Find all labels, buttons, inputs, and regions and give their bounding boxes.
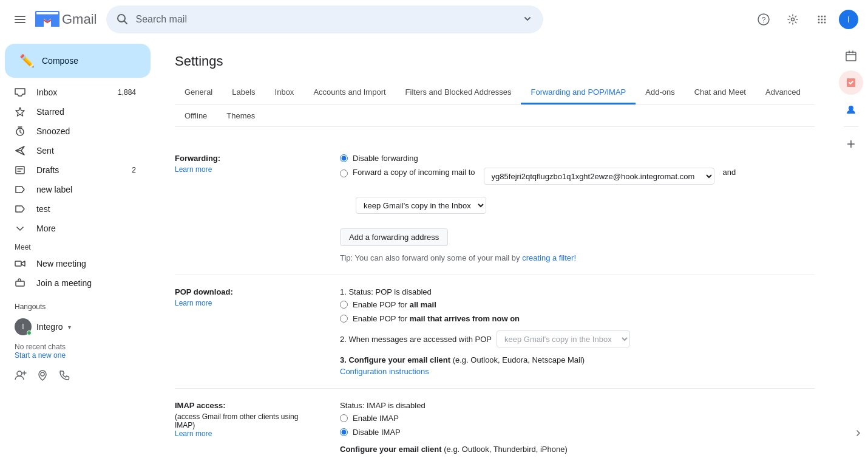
svg-marker-20 [16, 108, 24, 116]
forwarding-label-col: Forwarding: Learn more [175, 154, 320, 174]
menu-icon[interactable] [10, 9, 30, 30]
add-forwarding-address-button[interactable]: Add a forwarding address [340, 228, 448, 246]
tab-accounts-import[interactable]: Accounts and Import [303, 81, 395, 104]
help-icon-button[interactable]: ? [751, 7, 776, 32]
tab-chat-meet[interactable]: Chat and Meet [685, 81, 756, 104]
sidebar-item-sent[interactable]: Sent [0, 141, 146, 160]
tab-general[interactable]: General [175, 81, 222, 104]
tab-add-ons[interactable]: Add-ons [636, 81, 684, 104]
svg-point-19 [824, 22, 826, 24]
forwarding-label-title: Forwarding: [175, 154, 320, 163]
imap-enable-label: Enable IMAP [353, 414, 399, 423]
add-person-icon[interactable] [15, 369, 27, 383]
hangouts-title: Hangouts [15, 302, 146, 311]
search-dropdown-icon[interactable] [521, 13, 534, 27]
svg-point-14 [818, 19, 820, 21]
tab-forwarding-pop-imap[interactable]: Forwarding and POP/IMAP [521, 81, 636, 104]
svg-rect-22 [16, 166, 24, 174]
compose-label: Compose [42, 56, 78, 66]
pop-when-select[interactable]: keep Gmail's copy in the Inbox [497, 330, 630, 347]
sidebar-item-new-label[interactable]: new label [0, 180, 146, 199]
tab-filters[interactable]: Filters and Blocked Addresses [396, 81, 521, 104]
pop-label-title: POP download: [175, 287, 320, 296]
settings-tabs: General Labels Inbox Accounts and Import… [175, 81, 815, 105]
forwarding-forward-radio[interactable] [340, 169, 348, 177]
tasks-icon-button[interactable] [839, 70, 863, 95]
hangout-user-name: Integro [36, 322, 63, 332]
drafts-icon [15, 165, 27, 176]
pop-all-label: Enable POP for all mail [353, 300, 436, 309]
tab-inbox[interactable]: Inbox [265, 81, 304, 104]
imap-access-row: IMAP access: (access Gmail from other cl… [175, 389, 815, 458]
svg-point-11 [818, 16, 820, 18]
apps-icon-button[interactable] [810, 7, 834, 32]
more-label: More [36, 224, 136, 233]
creating-filter-link[interactable]: creating a filter! [522, 253, 576, 262]
test-label: test [36, 204, 136, 214]
pop-when-label: 2. When messages are accessed with POP [340, 335, 492, 344]
inbox-icon [15, 87, 27, 98]
hangout-user-item[interactable]: I Integro ▾ [15, 316, 146, 338]
avatar[interactable]: I [839, 10, 858, 29]
forwarding-learn-more[interactable]: Learn more [175, 165, 320, 174]
gmail-logo: Gmail [35, 11, 97, 28]
sidebar-item-snoozed[interactable]: Snoozed [0, 121, 146, 141]
meet-section-label: Meet [0, 238, 155, 254]
keep-copy-select[interactable]: keep Gmail's copy in the Inbox delete Gm… [356, 197, 486, 214]
svg-rect-1 [15, 19, 25, 20]
pop-option2: Enable POP for mail that arrives from no… [340, 314, 815, 323]
forwarding-disable-radio[interactable] [340, 154, 348, 162]
forwarding-disable-label: Disable forwarding [353, 154, 418, 163]
sidebar-item-starred[interactable]: Starred [0, 102, 146, 121]
join-meeting-label: Join a meeting [36, 278, 136, 288]
calendar-icon-button[interactable] [839, 44, 863, 68]
contacts-icon-button[interactable] [839, 97, 863, 121]
svg-rect-23 [15, 261, 21, 266]
imap-learn-more[interactable]: Learn more [175, 429, 320, 438]
imap-content: Status: IMAP is disabled Enable IMAP Dis… [340, 401, 815, 458]
pop-config-link[interactable]: Configuration instructions [340, 367, 815, 376]
right-panel-collapse[interactable] [853, 428, 863, 440]
topbar: Gmail ? I [0, 0, 868, 39]
forwarding-option-disable: Disable forwarding [340, 154, 815, 163]
start-new-chat[interactable]: Start a new one [15, 351, 146, 360]
svg-point-12 [821, 16, 823, 18]
search-input[interactable] [135, 14, 521, 25]
imap-option1: Enable IMAP [340, 414, 815, 423]
location-icon[interactable] [36, 369, 49, 383]
svg-point-10 [792, 18, 795, 21]
topbar-right: ? I [751, 7, 858, 32]
subtab-themes[interactable]: Themes [217, 105, 265, 126]
forwarding-email-select[interactable]: yg85fejri2qtqflugzbo1q1xght2ewze@hook.in… [484, 168, 714, 185]
tab-advanced[interactable]: Advanced [756, 81, 810, 104]
sidebar-item-new-meeting[interactable]: New meeting [0, 254, 146, 273]
phone-icon[interactable] [58, 369, 70, 383]
sidebar-item-inbox[interactable]: Inbox 1,884 [0, 83, 146, 102]
imap-label-col: IMAP access: (access Gmail from other cl… [175, 401, 320, 438]
tab-labels[interactable]: Labels [222, 81, 265, 104]
svg-rect-0 [15, 16, 25, 17]
pop-learn-more[interactable]: Learn more [175, 299, 320, 307]
sidebar-bottom [0, 364, 155, 388]
settings-icon-button[interactable] [781, 7, 805, 32]
sidebar-item-more[interactable]: More [0, 219, 146, 238]
right-panel-divider [844, 126, 858, 127]
imap-option2: Disable IMAP [340, 428, 815, 437]
svg-point-25 [17, 371, 22, 376]
forwarding-option-forward: Forward a copy of incoming mail to yg85f… [340, 168, 815, 214]
sidebar-item-join-meeting[interactable]: Join a meeting [0, 273, 146, 293]
subtab-offline[interactable]: Offline [175, 105, 217, 126]
sidebar-item-drafts[interactable]: Drafts 2 [0, 160, 146, 180]
hangout-online-indicator [27, 330, 32, 335]
sidebar-item-test[interactable]: test [0, 199, 146, 219]
compose-button[interactable]: ✏️ Compose [5, 44, 151, 78]
snoozed-label: Snoozed [36, 126, 136, 136]
pop-now-radio[interactable] [340, 315, 348, 323]
imap-enable-radio[interactable] [340, 414, 348, 422]
new-meeting-label: New meeting [36, 259, 136, 268]
right-panel-add-button[interactable]: + [839, 132, 863, 156]
imap-disable-radio[interactable] [340, 428, 348, 436]
compose-icon: ✏️ [19, 53, 35, 68]
pop-all-mail-radio[interactable] [340, 301, 348, 309]
drafts-count: 2 [132, 166, 136, 174]
